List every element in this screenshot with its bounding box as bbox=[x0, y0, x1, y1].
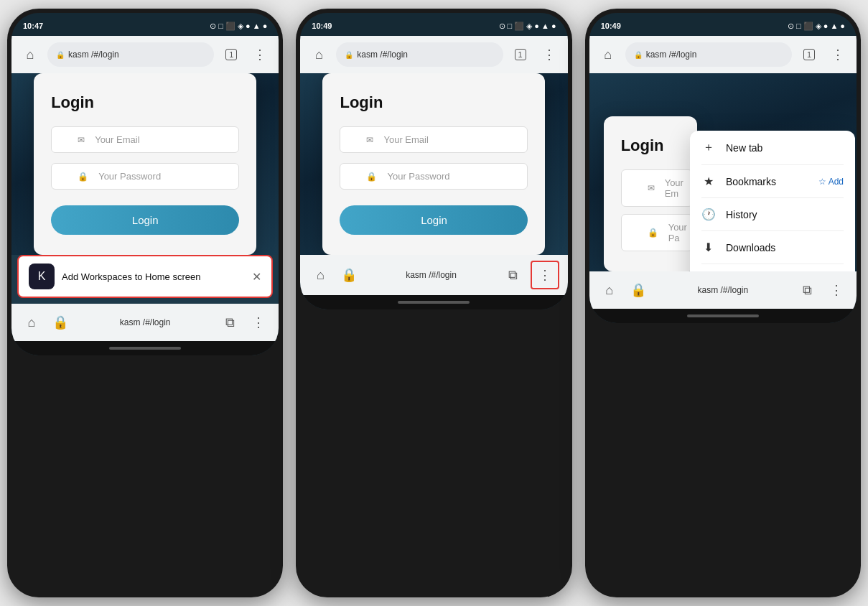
bottom-url-3: kasm /#/login bbox=[655, 285, 790, 295]
tab-count-btn-1[interactable]: 1 bbox=[220, 43, 243, 66]
partial-lock-icon-3: 🔒 bbox=[648, 228, 658, 238]
address-bar-2[interactable]: 🔒 kasm /#/login bbox=[336, 42, 503, 67]
tab-count-btn-2[interactable]: 1 bbox=[509, 43, 532, 66]
install-banner-1: K Add Workspaces to Home screen ✕ bbox=[17, 255, 273, 298]
tab-count-2: 1 bbox=[515, 49, 526, 60]
url-text-3: kasm /#/login bbox=[646, 50, 697, 60]
phone-1: 10:47 ⊙ □ ⬛ ◈ ● ▲ ● ⌂ 🔒 kasm /#/login 1 … bbox=[7, 9, 283, 597]
password-input-1[interactable]: 🔒 Your Password bbox=[51, 163, 239, 190]
time-3: 10:49 bbox=[601, 22, 621, 30]
menu-item-downloads[interactable]: ⬇ Downloads bbox=[690, 231, 855, 264]
history-icon: 🕐 bbox=[701, 208, 716, 221]
bottom-tabs-1[interactable]: ⧉ bbox=[218, 311, 241, 334]
home-indicator-1 bbox=[11, 341, 279, 355]
menu-btn-1[interactable]: ⋮ bbox=[248, 43, 271, 66]
address-bar-1[interactable]: 🔒 kasm /#/login bbox=[47, 42, 214, 67]
login-title-2: Login bbox=[340, 93, 528, 112]
bottom-home-1[interactable]: ⌂ bbox=[20, 311, 43, 334]
login-card-2: Login ✉ Your Email 🔒 Your Password Login bbox=[322, 73, 545, 255]
bottom-url-2: kasm /#/login bbox=[366, 270, 495, 280]
bottom-home-3[interactable]: ⌂ bbox=[598, 279, 621, 302]
bookmarks-add-badge[interactable]: ☆ Add bbox=[818, 177, 844, 187]
password-placeholder-1: Your Password bbox=[98, 171, 161, 182]
email-input-1[interactable]: ✉ Your Email bbox=[51, 126, 239, 153]
tab-count-1: 1 bbox=[225, 49, 237, 60]
home-indicator-2 bbox=[300, 295, 567, 309]
bottom-home-2[interactable]: ⌂ bbox=[309, 264, 332, 286]
page-content-2: Login ✉ Your Email 🔒 Your Password Login bbox=[300, 73, 567, 255]
lock-icon-3: 🔒 bbox=[634, 51, 643, 59]
partial-login-title-3: Login bbox=[621, 136, 680, 155]
status-bar-1: 10:47 ⊙ □ ⬛ ◈ ● ▲ ● bbox=[11, 13, 279, 36]
email-icon-1: ✉ bbox=[78, 135, 85, 145]
password-group-1: 🔒 Your Password bbox=[51, 163, 239, 190]
login-button-2[interactable]: Login bbox=[340, 205, 528, 235]
new-tab-icon: ＋ bbox=[701, 140, 716, 155]
bottom-tabs-2[interactable]: ⧉ bbox=[502, 264, 525, 286]
bottom-menu-1[interactable]: ⋮ bbox=[247, 311, 270, 334]
partial-password-3: 🔒 Your Pa bbox=[621, 214, 693, 251]
email-placeholder-2: Your Email bbox=[383, 134, 428, 145]
menu-label-new-tab: New tab bbox=[726, 142, 844, 154]
password-placeholder-2: Your Password bbox=[387, 171, 449, 182]
banner-close-1[interactable]: ✕ bbox=[252, 270, 261, 284]
password-input-2[interactable]: 🔒 Your Password bbox=[340, 163, 528, 190]
home-indicator-3 bbox=[589, 309, 857, 323]
home-button-3[interactable]: ⌂ bbox=[597, 43, 620, 66]
menu-btn-3[interactable]: ⋮ bbox=[826, 43, 849, 66]
downloads-icon: ⬇ bbox=[701, 241, 716, 254]
home-bar-1 bbox=[109, 347, 181, 350]
lock-icon-2: 🔒 bbox=[345, 51, 353, 59]
context-menu: ＋ New tab ★ Bookmarks ☆ Add 🕐 History bbox=[690, 131, 855, 271]
bottom-lock-2: 🔒 bbox=[337, 264, 360, 286]
url-text-1: kasm /#/login bbox=[68, 50, 119, 60]
banner-text-1: Add Workspaces to Home screen bbox=[62, 271, 245, 282]
banner-app-icon-1: K bbox=[29, 264, 55, 289]
partial-email-text-3: Your Em bbox=[665, 177, 683, 199]
menu-label-history: History bbox=[726, 209, 844, 220]
phone-2: 10:49 ⊙ □ ⬛ ◈ ● ▲ ● ⌂ 🔒 kasm /#/login 1 … bbox=[296, 9, 571, 597]
menu-item-bookmarks[interactable]: ★ Bookmarks ☆ Add bbox=[690, 165, 855, 197]
lock-icon-1: 🔒 bbox=[56, 51, 65, 59]
menu-label-bookmarks: Bookmarks bbox=[726, 176, 808, 187]
tab-count-3: 1 bbox=[803, 49, 815, 60]
phone-3: 10:49 ⊙ □ ⬛ ◈ ● ▲ ● ⌂ 🔒 kasm /#/login 1 … bbox=[585, 9, 861, 597]
address-bar-3[interactable]: 🔒 kasm /#/login bbox=[625, 42, 792, 67]
menu-label-downloads: Downloads bbox=[726, 242, 844, 253]
browser-bottom-1: ⌂ 🔒 kasm /#/login ⧉ ⋮ bbox=[11, 304, 279, 341]
page-content-1: Login ✉ Your Email 🔒 Your Password Login bbox=[11, 73, 279, 255]
partial-email-icon-3: ✉ bbox=[648, 183, 655, 193]
menu-btn-2[interactable]: ⋮ bbox=[538, 43, 561, 66]
bottom-url-1: kasm /#/login bbox=[78, 317, 213, 327]
browser-bar-3: ⌂ 🔒 kasm /#/login 1 ⋮ bbox=[589, 36, 857, 73]
tab-count-btn-3[interactable]: 1 bbox=[798, 43, 821, 66]
bottom-menu-3[interactable]: ⋮ bbox=[825, 279, 848, 302]
bookmarks-icon: ★ bbox=[701, 174, 716, 188]
status-bar-3: 10:49 ⊙ □ ⬛ ◈ ● ▲ ● bbox=[589, 13, 857, 36]
status-icons-1: ⊙ □ ⬛ ◈ ● ▲ ● bbox=[210, 22, 267, 31]
menu-item-history[interactable]: 🕐 History bbox=[690, 198, 855, 230]
status-icons-2: ⊙ □ ⬛ ◈ ● ▲ ● bbox=[499, 22, 556, 31]
partial-email-3: ✉ Your Em bbox=[621, 169, 693, 207]
email-group-1: ✉ Your Email bbox=[51, 126, 239, 153]
home-button-1[interactable]: ⌂ bbox=[19, 43, 42, 66]
browser-bottom-2: ⌂ 🔒 kasm /#/login ⧉ ⋮ bbox=[300, 255, 567, 295]
email-placeholder-1: Your Email bbox=[95, 134, 139, 145]
login-button-1[interactable]: Login bbox=[51, 205, 239, 235]
bottom-tabs-3[interactable]: ⧉ bbox=[796, 279, 819, 302]
browser-bar-1: ⌂ 🔒 kasm /#/login 1 ⋮ bbox=[11, 36, 279, 73]
menu-btn-highlight-2: ⋮ bbox=[531, 261, 559, 289]
bottom-lock-1: 🔒 bbox=[49, 311, 72, 334]
menu-item-new-tab[interactable]: ＋ New tab bbox=[690, 131, 855, 164]
login-title-1: Login bbox=[51, 93, 239, 112]
status-icons-3: ⊙ □ ⬛ ◈ ● ▲ ● bbox=[788, 22, 845, 31]
menu-item-addons[interactable]: 🧩 Add-ons bbox=[690, 264, 855, 271]
page-content-3: Login ✉ Your Em 🔒 Your Pa ＋ New tab bbox=[589, 73, 857, 271]
password-group-2: 🔒 Your Password bbox=[340, 163, 528, 190]
home-button-2[interactable]: ⌂ bbox=[307, 43, 330, 66]
status-bar-2: 10:49 ⊙ □ ⬛ ◈ ● ▲ ● bbox=[300, 13, 567, 36]
bottom-menu-2[interactable]: ⋮ bbox=[533, 264, 556, 286]
email-group-2: ✉ Your Email bbox=[340, 126, 528, 153]
email-input-2[interactable]: ✉ Your Email bbox=[340, 126, 528, 153]
home-bar-3 bbox=[687, 314, 759, 317]
